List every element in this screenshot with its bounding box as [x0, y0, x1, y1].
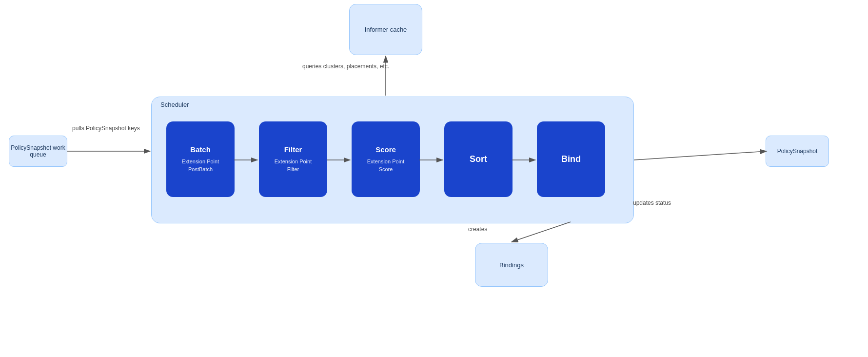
sort-title: Sort [470, 154, 487, 164]
policy-snapshot-out-box: PolicySnapshot [766, 136, 829, 167]
creates-label: creates [468, 225, 487, 234]
updates-label: updates status [633, 199, 671, 207]
score-title: Score [375, 145, 396, 154]
score-subtitle: Extension PointScore [367, 158, 404, 173]
diagram-container: Informer cache PolicySnapshot work queue… [0, 0, 868, 357]
scheduler-label: Scheduler [160, 101, 189, 108]
bindings-box: Bindings [475, 243, 548, 287]
informer-cache-box: Informer cache [349, 4, 422, 55]
arrow-bind-policysnap [634, 151, 767, 160]
filter-title: Filter [284, 145, 302, 154]
filter-subtitle: Extension PointFilter [275, 158, 312, 173]
arrow-bind-bindings [512, 222, 571, 242]
bind-title: Bind [561, 154, 581, 164]
batch-title: Batch [190, 145, 211, 154]
pulls-label: pulls PolicySnapshot keys [72, 124, 140, 133]
informer-cache-label: Informer cache [365, 26, 407, 33]
sort-step: Sort [444, 121, 513, 197]
score-step: Score Extension PointScore [352, 121, 420, 197]
filter-step: Filter Extension PointFilter [259, 121, 327, 197]
policy-snapshot-queue-label: PolicySnapshot work queue [9, 144, 67, 158]
queries-label: queries clusters, placements, etc. [302, 62, 389, 71]
scheduler-container: Scheduler Batch Extension PointPostBatch… [151, 97, 634, 223]
bindings-label: Bindings [499, 261, 524, 269]
bind-step: Bind [537, 121, 605, 197]
policy-snapshot-queue-box: PolicySnapshot work queue [9, 136, 67, 167]
policy-snapshot-out-label: PolicySnapshot [777, 148, 818, 155]
batch-step: Batch Extension PointPostBatch [166, 121, 235, 197]
batch-subtitle: Extension PointPostBatch [182, 158, 219, 173]
